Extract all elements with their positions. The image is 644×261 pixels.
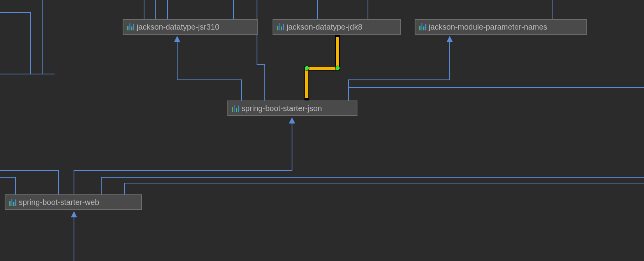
library-icon bbox=[419, 23, 426, 30]
node-spring-boot-starter-web[interactable]: spring-boot-starter-web bbox=[5, 194, 142, 210]
library-icon bbox=[232, 105, 239, 112]
library-icon bbox=[127, 23, 134, 30]
node-spring-boot-starter-json[interactable]: spring-boot-starter-json bbox=[227, 101, 357, 116]
dependency-diagram-canvas[interactable]: jackson-datatype-jsr310 jackson-datatype… bbox=[0, 0, 644, 261]
node-label: spring-boot-starter-web bbox=[19, 194, 99, 210]
library-icon bbox=[9, 199, 16, 206]
node-label: jackson-module-parameter-names bbox=[429, 19, 547, 35]
edges-layer bbox=[0, 0, 644, 261]
library-icon bbox=[277, 23, 284, 30]
node-jackson-datatype-jdk8[interactable]: jackson-datatype-jdk8 bbox=[273, 19, 401, 35]
node-label: jackson-datatype-jdk8 bbox=[287, 19, 362, 35]
node-jackson-module-parameter-names[interactable]: jackson-module-parameter-names bbox=[415, 19, 587, 35]
node-jackson-datatype-jsr310[interactable]: jackson-datatype-jsr310 bbox=[123, 19, 258, 35]
svg-rect-0 bbox=[304, 96, 309, 101]
svg-point-3 bbox=[335, 66, 340, 71]
svg-point-2 bbox=[304, 66, 309, 71]
node-label: jackson-datatype-jsr310 bbox=[137, 19, 219, 35]
node-label: spring-boot-starter-json bbox=[241, 101, 322, 116]
selected-edge[interactable] bbox=[0, 0, 644, 261]
